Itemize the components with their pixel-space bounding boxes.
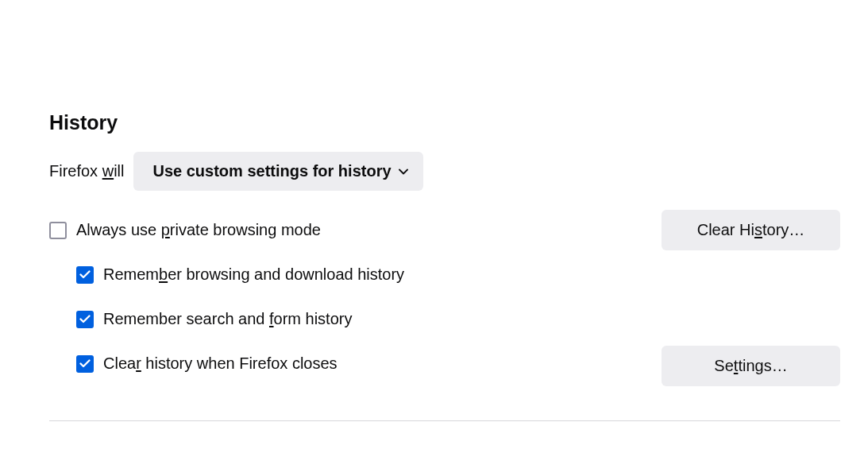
history-mode-selected: Use custom settings for history [152, 162, 391, 180]
side-buttons: Clear History… Settings… [662, 210, 840, 386]
history-mode-dropdown[interactable]: Use custom settings for history [133, 152, 422, 191]
private-browsing-checkbox[interactable] [49, 222, 67, 239]
clear-on-close-settings-button[interactable]: Settings… [662, 346, 840, 386]
clear-on-close-checkbox[interactable] [76, 355, 94, 373]
chevron-down-icon [398, 166, 409, 177]
clear-on-close-label: Clear history when Firefox closes [103, 354, 338, 373]
clear-history-button[interactable]: Clear History… [662, 210, 840, 250]
private-browsing-label: Always use private browsing mode [76, 221, 321, 239]
remember-browsing-label: Remember browsing and download history [103, 265, 404, 284]
history-mode-label: Firefox will [49, 162, 124, 180]
history-mode-row: Firefox will Use custom settings for his… [49, 152, 840, 191]
remember-browsing-checkbox[interactable] [76, 266, 94, 284]
section-divider [49, 420, 840, 421]
history-options: Clear History… Settings… Always use priv… [49, 221, 840, 373]
section-title-history: History [49, 111, 840, 134]
remember-search-label: Remember search and form history [103, 310, 352, 328]
remember-search-checkbox[interactable] [76, 311, 94, 328]
